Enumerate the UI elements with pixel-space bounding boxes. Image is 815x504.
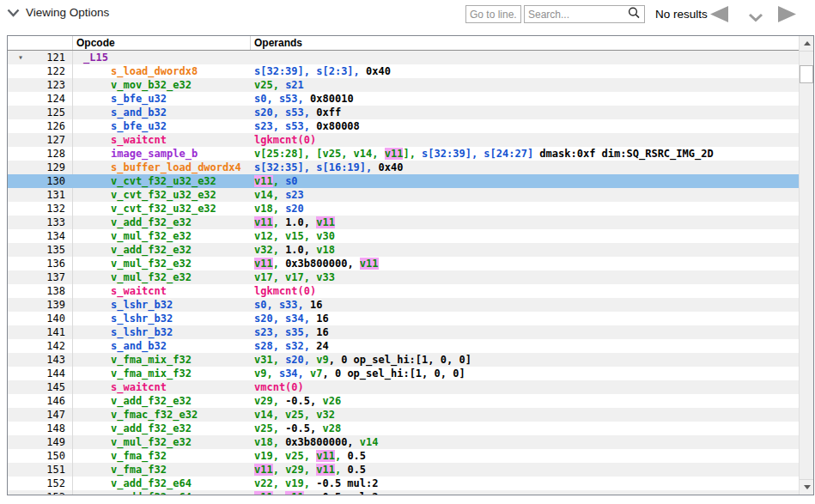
table-row[interactable]: 143v_fma_mix_f32v31, s20, v9, 0 op_sel_h… [8,353,799,367]
table-row[interactable]: 140s_lshr_b32s20, s34, 16 [8,312,799,325]
row-expander-spacer [8,353,33,367]
viewing-options-toggle[interactable]: Viewing Options [7,6,109,19]
line-number: 128 [33,147,73,161]
operand-token: v18 [316,244,335,256]
opcode-text: v_fma_mix_f32 [111,367,192,380]
table-row[interactable]: 138s_waitcntlgkmcnt(0) [8,284,799,298]
opcode-cell: v_add_f32_e32 [73,243,251,257]
table-row[interactable]: 132v_cvt_f32_u32_e32v18, s20 [8,202,799,216]
table-row[interactable]: 152v_add_f32_e64v22, v19, -0.5 mul:2 [8,477,799,490]
line-number: 149 [33,435,73,449]
opcode-text: s_load_dwordx8 [111,65,198,77]
instruction-table: Opcode Operands ▾121_L15122s_load_dwordx… [7,35,814,495]
line-number: 127 [33,133,73,147]
operand-token: v14 [360,436,379,448]
line-number: 148 [33,422,73,435]
operands-cell: lgkmcnt(0) [251,133,799,147]
line-number: 142 [33,339,73,353]
table-row[interactable]: 144v_fma_mix_f32v9, s34, v7, 0 op_sel_hi… [8,367,799,380]
opcode-text: v_mul_f32_e32 [111,436,192,448]
vertical-scrollbar[interactable] [799,36,813,495]
operand-token: , [273,491,285,495]
table-row[interactable]: ▾121_L15 [8,51,799,64]
table-row[interactable]: 146v_add_f32_e32v29, -0.5, v26 [8,394,799,408]
operands-cell: v31, s20, v9, 0 op_sel_hi:[1, 0, 0] [251,353,799,367]
line-number: 141 [33,325,73,339]
previous-result-button[interactable] [710,6,729,26]
table-row[interactable]: 141s_lshr_b32s23, s35, 16 [8,325,799,339]
line-number-column-header [8,36,73,50]
operand-token: v7 [310,367,322,380]
opcode-text: s_waitcnt [111,381,167,393]
opcode-text: v_fma_f32 [111,464,167,476]
operands-cell: s0, s53, 0x80010 [251,92,799,106]
table-row[interactable]: 125s_and_b32s20, s53, 0xff [8,106,799,119]
operands-cell [251,51,799,64]
table-row[interactable]: 128image_sample_bv[25:28], [v25, v14, v1… [8,147,799,161]
scroll-down-button[interactable] [800,479,814,495]
operand-token: -0.5 mul:2 [316,491,378,495]
goto-line-input[interactable] [465,5,521,23]
scroll-up-button[interactable] [800,36,814,52]
search-icon[interactable] [627,6,641,23]
table-row[interactable]: 122s_load_dwordx8s[32:39], s[2:3], 0x40 [8,64,799,78]
search-results-status: No results [655,8,708,21]
operands-cell: v11, 1.0, v11 [251,216,799,229]
next-result-button[interactable] [777,6,796,26]
opcode-text: s_lshr_b32 [111,299,173,311]
table-row[interactable]: 145s_waitcntvmcnt(0) [8,380,799,394]
table-row[interactable]: 124s_bfe_u32s0, s53, 0x80010 [8,92,799,106]
operands-cell: s[32:35], s[16:19], 0x40 [251,161,799,174]
table-row[interactable]: 137v_mul_f32_e32v17, v17, v33 [8,270,799,284]
operand-token: 24 [316,340,328,352]
table-row[interactable]: 135v_add_f32_e32v32, 1.0, v18 [8,243,799,257]
operand-token: 1.0, [285,244,316,256]
operand-token: 16 [310,299,322,311]
line-number: 144 [33,367,73,380]
viewing-options-label: Viewing Options [26,6,109,19]
opcode-cell: v_mul_f32_e32 [73,435,251,449]
table-row[interactable]: 127s_waitcntlgkmcnt(0) [8,133,799,147]
operand-token: 0.5 [347,450,366,462]
operands-cell: s23, s53, 0x80008 [251,119,799,133]
table-row[interactable]: 147v_fmac_f32_e32v14, v25, v32 [8,408,799,422]
operand-token: , [335,450,347,462]
opcode-text: _L15 [83,52,108,64]
search-input[interactable] [525,7,627,21]
row-expander-spacer [8,449,33,463]
scrollbar-thumb[interactable] [800,65,813,83]
line-number: 146 [33,394,73,408]
line-number: 129 [33,161,73,174]
table-row[interactable]: 150v_fma_f32v19, v25, v11, 0.5 [8,449,799,463]
row-expander-spacer [8,92,33,106]
line-number: 138 [33,284,73,298]
operands-cell: v11, s0 [251,174,799,188]
operand-token: ], [403,148,422,160]
row-expander-spacer [8,477,33,490]
row-expander-spacer [8,463,33,477]
table-row[interactable]: 148v_add_f32_e32v25, -0.5, v28 [8,422,799,435]
table-row[interactable]: 126s_bfe_u32s23, s53, 0x80008 [8,119,799,133]
table-row[interactable]: 149v_mul_f32_e32v18, 0x3b800000, v14 [8,435,799,449]
table-row[interactable]: 151v_fma_f32v11, v29, v11, 0.5 [8,463,799,477]
table-row[interactable]: 123v_mov_b32_e32v25, s21 [8,78,799,92]
table-row[interactable]: 129s_buffer_load_dwordx4s[32:35], s[16:1… [8,161,799,174]
table-row[interactable]: 142s_and_b32s28, s32, 24 [8,339,799,353]
table-row[interactable]: 153v_add_f32_e64v11, v11, -0.5 mul:2 [8,490,799,495]
operands-cell: v17, v17, v33 [251,270,799,284]
table-row[interactable]: 133v_add_f32_e32v11, 1.0, v11 [8,216,799,229]
collapse-results-button[interactable] [748,10,763,26]
table-row[interactable]: 136v_mul_f32_e32v11, 0x3b800000, v11 [8,257,799,270]
opcode-cell: v_mul_f32_e32 [73,229,251,243]
table-row[interactable]: 139s_lshr_b32s0, s33, 16 [8,298,799,312]
table-row[interactable]: 130v_cvt_f32_u32_e32v11, s0 [8,174,799,188]
opcode-text: v_add_f32_e32 [111,216,192,228]
table-row[interactable]: 134v_mul_f32_e32v12, v15, v30 [8,229,799,243]
triangle-right-icon [777,10,796,25]
opcode-cell: s_waitcnt [73,133,251,147]
row-expander-icon[interactable]: ▾ [8,51,33,64]
operand-token: , v29, [273,464,317,476]
search-box[interactable] [524,5,645,23]
table-row[interactable]: 131v_cvt_f32_u32_e32v14, s23 [8,188,799,202]
row-expander-spacer [8,380,33,394]
